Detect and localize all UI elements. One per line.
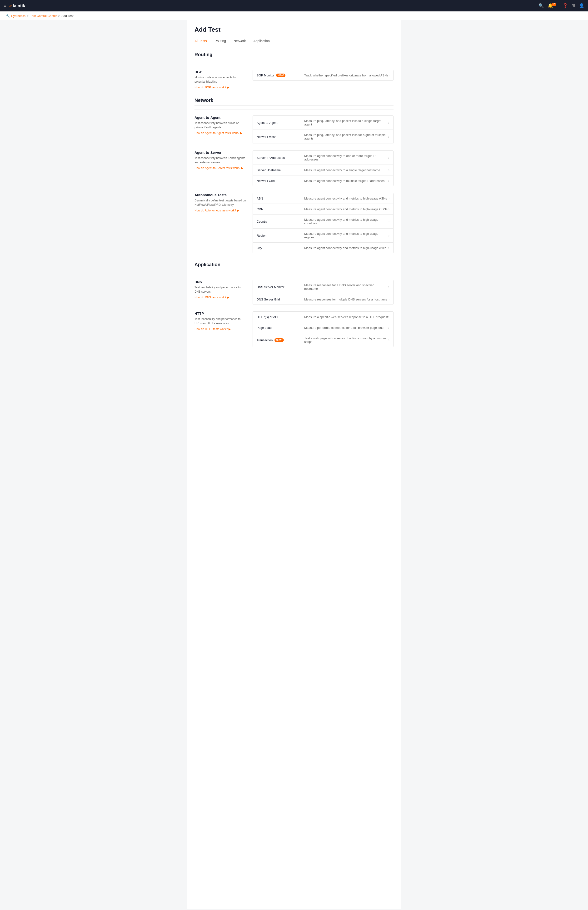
nav-left: ≡ « kentik (4, 3, 25, 8)
user-icon[interactable]: 👤 (579, 3, 584, 8)
test-item-country[interactable]: Country Measure agent connectivity and m… (253, 215, 393, 229)
breadcrumb: 🔧 Synthetics > Test Control Center > Add… (0, 11, 588, 20)
test-item-dns-server-grid[interactable]: DNS Server Grid Measure responses for mu… (253, 294, 393, 304)
country-desc: Measure agent connectivity and metrics t… (304, 218, 388, 225)
test-item-transaction[interactable]: Transaction New! Test a web page with a … (253, 333, 393, 347)
tab-network[interactable]: Network (230, 37, 249, 45)
logo[interactable]: « kentik (9, 3, 25, 8)
logo-icon: « (9, 3, 12, 8)
server-ip-name: Server IP Addresses (257, 156, 304, 160)
autonomous-tests-link-text: How do Autonomous tests work? (194, 209, 236, 212)
bgp-category-left: BGP Monitor route announcements for pote… (194, 70, 247, 89)
page-content: Add Test All Tests Routing Network Appli… (187, 20, 401, 909)
agent-to-server-category: Agent-to-Server Test connectivity betwee… (194, 150, 394, 186)
agent-to-server-left: Agent-to-Server Test connectivity betwee… (194, 150, 247, 186)
cdn-desc: Measure agent connectivity and metrics t… (304, 207, 388, 211)
http-desc: Test reachability and performance to URL… (194, 317, 247, 325)
agent-to-agent-category: Agent-to-Agent Test connectivity between… (194, 115, 394, 144)
agent-to-agent-test-items: Agent-to-Agent Measure ping, latency, an… (253, 115, 394, 144)
test-item-asn[interactable]: ASN Measure agent connectivity and metri… (253, 193, 393, 204)
dns-server-grid-desc: Measure responses for multiple DNS serve… (304, 297, 388, 301)
test-item-dns-server-monitor[interactable]: DNS Server Monitor Measure responses for… (253, 280, 393, 294)
autonomous-tests-left: Autonomous Tests Dynamically define test… (194, 193, 247, 253)
agent-to-agent-arrow: › (388, 121, 389, 124)
notification-wrapper[interactable]: 🔔 10 (548, 3, 559, 8)
test-item-agent-to-agent[interactable]: Agent-to-Agent Measure ping, latency, an… (253, 116, 393, 130)
server-hostname-desc: Measure agent connectivity to a single t… (304, 168, 388, 172)
agent-to-server-link[interactable]: How do Agent-to-Server tests work? ▶ (194, 166, 247, 170)
bgp-link[interactable]: How do BGP tests work? ▶ (194, 86, 247, 89)
dns-server-grid-arrow: › (388, 297, 389, 301)
test-item-bgp-monitor[interactable]: BGP Monitor New! Track whether specified… (253, 70, 393, 81)
network-section-header: Network (194, 98, 394, 106)
network-grid-arrow: › (388, 179, 389, 183)
https-api-arrow: › (388, 315, 389, 319)
page-load-desc: Measure performance metrics for a full b… (304, 326, 388, 330)
transaction-arrow: › (388, 338, 389, 342)
routing-section-header: Routing (194, 52, 394, 60)
server-hostname-arrow: › (388, 168, 389, 172)
tab-bar: All Tests Routing Network Application (194, 37, 394, 45)
breadcrumb-sep-1: > (27, 14, 29, 18)
dns-desc: Test reachability and performance to DNS… (194, 285, 247, 294)
help-icon[interactable]: ❓ (562, 3, 568, 8)
test-item-page-load[interactable]: Page Load Measure performance metrics fo… (253, 322, 393, 333)
dns-server-monitor-arrow: › (388, 285, 389, 289)
tab-all-tests[interactable]: All Tests (194, 37, 211, 45)
search-icon[interactable]: 🔍 (538, 3, 544, 8)
bgp-desc: Monitor route announcements for potentia… (194, 75, 247, 84)
dns-link[interactable]: How do DNS tests work? ▶ (194, 296, 247, 299)
http-link-arrow: ▶ (229, 327, 231, 331)
asn-desc: Measure agent connectivity and metrics t… (304, 197, 388, 200)
tab-application[interactable]: Application (250, 37, 274, 45)
http-test-items: HTTP(S) or API Measure a specific web se… (253, 312, 394, 347)
hamburger-icon[interactable]: ≡ (4, 3, 6, 8)
agent-to-agent-desc: Test connectivity between public or priv… (194, 121, 247, 129)
test-item-https-api[interactable]: HTTP(S) or API Measure a specific web se… (253, 312, 393, 322)
test-item-server-hostname[interactable]: Server Hostname Measure agent connectivi… (253, 165, 393, 176)
bgp-monitor-badge: New! (276, 74, 286, 77)
transaction-badge: New! (275, 338, 284, 342)
breadcrumb-control-center[interactable]: Test Control Center (30, 14, 57, 18)
agent-to-agent-link-arrow: ▶ (240, 131, 242, 135)
application-divider (194, 274, 394, 274)
test-item-city[interactable]: City Measure agent connectivity and metr… (253, 242, 393, 253)
https-api-name: HTTP(S) or API (257, 315, 304, 319)
test-item-network-grid[interactable]: Network Grid Measure agent connectivity … (253, 176, 393, 186)
autonomous-tests-link[interactable]: How do Autonomous tests work? ▶ (194, 209, 247, 212)
bgp-tests: BGP Monitor New! Track whether specified… (253, 70, 394, 89)
top-navigation: ≡ « kentik 🔍 🔔 10 ❓ ⊞ 👤 (0, 0, 588, 11)
breadcrumb-synthetics[interactable]: Synthetics (11, 14, 26, 18)
bgp-category: BGP Monitor route announcements for pote… (194, 70, 394, 89)
grid-icon[interactable]: ⊞ (572, 3, 575, 8)
bgp-link-arrow: ▶ (227, 86, 229, 89)
routing-divider (194, 64, 394, 64)
agent-to-server-link-arrow: ▶ (241, 166, 243, 170)
city-desc: Measure agent connectivity and metrics t… (304, 246, 388, 250)
test-item-network-mesh[interactable]: Network Mesh Measure ping, latency, and … (253, 130, 393, 144)
test-item-cdn[interactable]: CDN Measure agent connectivity and metri… (253, 204, 393, 215)
asn-name: ASN (257, 197, 304, 200)
test-item-region[interactable]: Region Measure agent connectivity and me… (253, 229, 393, 242)
cdn-arrow: › (388, 207, 389, 211)
https-api-desc: Measure a specific web server's response… (304, 315, 388, 319)
tab-routing[interactable]: Routing (211, 37, 230, 45)
dns-title: DNS (194, 280, 247, 284)
server-ip-desc: Measure agent connectivity to one or mor… (304, 154, 388, 161)
routing-section: Routing BGP Monitor route announcements … (194, 52, 394, 89)
asn-arrow: › (388, 196, 389, 200)
network-grid-desc: Measure agent connectivity to multiple t… (304, 179, 388, 183)
application-section: Application DNS Test reachability and pe… (194, 262, 394, 347)
dns-left: DNS Test reachability and performance to… (194, 280, 247, 305)
bgp-monitor-arrow: › (388, 73, 389, 77)
test-item-server-ip[interactable]: Server IP Addresses Measure agent connec… (253, 151, 393, 165)
http-link[interactable]: How do HTTP tests work? ▶ (194, 327, 247, 331)
breadcrumb-sep-2: > (58, 14, 60, 18)
city-arrow: › (388, 246, 389, 250)
application-section-header: Application (194, 262, 394, 270)
agent-to-agent-tests: Agent-to-Agent Measure ping, latency, an… (253, 115, 394, 144)
server-ip-arrow: › (388, 156, 389, 160)
agent-to-agent-link[interactable]: How do Agent-to-Agent tests work? ▶ (194, 131, 247, 135)
network-grid-name: Network Grid (257, 179, 304, 183)
agent-to-agent-left: Agent-to-Agent Test connectivity between… (194, 115, 247, 144)
